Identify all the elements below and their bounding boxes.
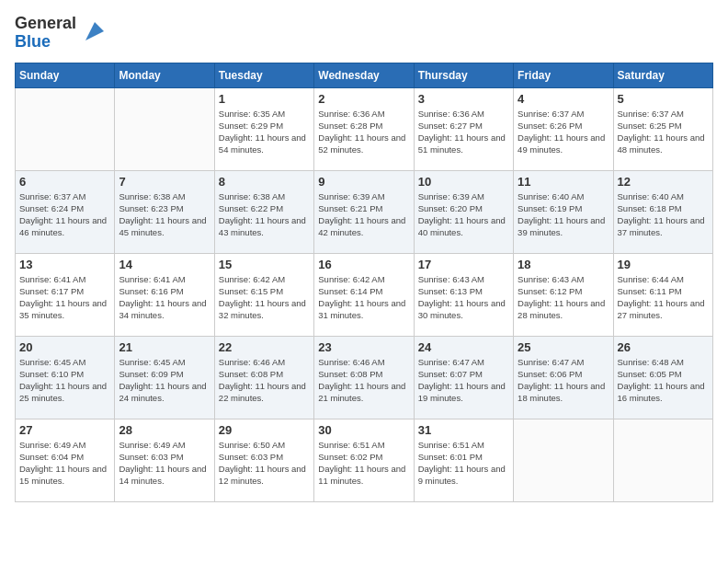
day-info: Sunrise: 6:49 AM Sunset: 6:03 PM Dayligh… <box>119 439 210 488</box>
calendar-cell: 18Sunrise: 6:43 AM Sunset: 6:12 PM Dayli… <box>514 253 613 336</box>
calendar-cell: 15Sunrise: 6:42 AM Sunset: 6:15 PM Dayli… <box>214 253 313 336</box>
svg-marker-0 <box>85 22 104 40</box>
calendar-body: 1Sunrise: 6:35 AM Sunset: 6:29 PM Daylig… <box>16 87 713 501</box>
calendar-cell: 30Sunrise: 6:51 AM Sunset: 6:02 PM Dayli… <box>314 419 414 501</box>
day-info: Sunrise: 6:46 AM Sunset: 6:08 PM Dayligh… <box>219 356 310 405</box>
day-info: Sunrise: 6:50 AM Sunset: 6:03 PM Dayligh… <box>219 439 310 488</box>
day-number: 29 <box>219 423 310 437</box>
day-number: 5 <box>618 92 709 106</box>
calendar-cell: 3Sunrise: 6:36 AM Sunset: 6:27 PM Daylig… <box>414 87 513 170</box>
calendar-cell: 10Sunrise: 6:39 AM Sunset: 6:20 PM Dayli… <box>414 170 513 253</box>
day-info: Sunrise: 6:38 AM Sunset: 6:23 PM Dayligh… <box>119 190 210 239</box>
day-of-week-header: Thursday <box>414 63 513 87</box>
day-info: Sunrise: 6:51 AM Sunset: 6:01 PM Dayligh… <box>418 439 509 488</box>
day-number: 2 <box>318 92 409 106</box>
calendar-cell: 2Sunrise: 6:36 AM Sunset: 6:28 PM Daylig… <box>314 87 414 170</box>
day-number: 13 <box>19 258 110 271</box>
day-of-week-header: Wednesday <box>314 63 414 87</box>
day-info: Sunrise: 6:39 AM Sunset: 6:21 PM Dayligh… <box>318 190 409 239</box>
calendar-week-row: 13Sunrise: 6:41 AM Sunset: 6:17 PM Dayli… <box>16 253 713 336</box>
calendar-cell: 16Sunrise: 6:42 AM Sunset: 6:14 PM Dayli… <box>314 253 414 336</box>
calendar-cell: 8Sunrise: 6:38 AM Sunset: 6:22 PM Daylig… <box>214 170 313 253</box>
day-info: Sunrise: 6:45 AM Sunset: 6:09 PM Dayligh… <box>119 356 210 405</box>
day-info: Sunrise: 6:47 AM Sunset: 6:06 PM Dayligh… <box>518 356 609 405</box>
day-number: 25 <box>518 340 609 354</box>
calendar-cell: 19Sunrise: 6:44 AM Sunset: 6:11 PM Dayli… <box>613 253 712 336</box>
calendar-cell: 28Sunrise: 6:49 AM Sunset: 6:03 PM Dayli… <box>115 419 214 501</box>
logo-icon <box>82 18 108 44</box>
day-info: Sunrise: 6:49 AM Sunset: 6:04 PM Dayligh… <box>19 439 110 488</box>
day-info: Sunrise: 6:39 AM Sunset: 6:20 PM Dayligh… <box>418 190 509 239</box>
calendar-cell <box>514 419 613 501</box>
day-number: 10 <box>418 175 509 189</box>
calendar-cell: 22Sunrise: 6:46 AM Sunset: 6:08 PM Dayli… <box>214 336 313 419</box>
calendar-cell: 7Sunrise: 6:38 AM Sunset: 6:23 PM Daylig… <box>115 170 214 253</box>
day-info: Sunrise: 6:41 AM Sunset: 6:17 PM Dayligh… <box>19 273 110 322</box>
day-number: 18 <box>518 258 609 271</box>
calendar-cell: 26Sunrise: 6:48 AM Sunset: 6:05 PM Dayli… <box>613 336 712 419</box>
day-info: Sunrise: 6:51 AM Sunset: 6:02 PM Dayligh… <box>318 439 409 488</box>
calendar-cell <box>16 87 115 170</box>
calendar-cell <box>613 419 712 501</box>
day-info: Sunrise: 6:48 AM Sunset: 6:05 PM Dayligh… <box>618 356 709 405</box>
calendar-cell: 24Sunrise: 6:47 AM Sunset: 6:07 PM Dayli… <box>414 336 513 419</box>
day-info: Sunrise: 6:44 AM Sunset: 6:11 PM Dayligh… <box>618 273 709 322</box>
day-info: Sunrise: 6:42 AM Sunset: 6:14 PM Dayligh… <box>318 273 409 322</box>
day-info: Sunrise: 6:36 AM Sunset: 6:28 PM Dayligh… <box>318 108 409 156</box>
day-of-week-header: Saturday <box>613 63 712 87</box>
day-number: 20 <box>19 340 110 354</box>
day-number: 6 <box>19 175 110 189</box>
day-number: 1 <box>219 92 310 106</box>
day-number: 26 <box>618 340 709 354</box>
day-number: 21 <box>119 340 210 354</box>
day-info: Sunrise: 6:38 AM Sunset: 6:22 PM Dayligh… <box>219 190 310 239</box>
day-info: Sunrise: 6:42 AM Sunset: 6:15 PM Dayligh… <box>219 273 310 322</box>
calendar-week-row: 27Sunrise: 6:49 AM Sunset: 6:04 PM Dayli… <box>16 419 713 501</box>
day-info: Sunrise: 6:43 AM Sunset: 6:13 PM Dayligh… <box>418 273 509 322</box>
day-number: 22 <box>219 340 310 354</box>
day-info: Sunrise: 6:41 AM Sunset: 6:16 PM Dayligh… <box>119 273 210 322</box>
logo-blue: Blue <box>15 33 51 52</box>
calendar-cell: 20Sunrise: 6:45 AM Sunset: 6:10 PM Dayli… <box>16 336 115 419</box>
day-number: 7 <box>119 175 210 189</box>
day-number: 12 <box>618 175 709 189</box>
day-info: Sunrise: 6:45 AM Sunset: 6:10 PM Dayligh… <box>19 356 110 405</box>
day-of-week-header: Friday <box>514 63 613 87</box>
day-info: Sunrise: 6:37 AM Sunset: 6:24 PM Dayligh… <box>19 190 110 239</box>
day-info: Sunrise: 6:35 AM Sunset: 6:29 PM Dayligh… <box>219 108 310 156</box>
day-number: 11 <box>518 175 609 189</box>
calendar-cell: 31Sunrise: 6:51 AM Sunset: 6:01 PM Dayli… <box>414 419 513 501</box>
day-number: 14 <box>119 258 210 271</box>
day-number: 27 <box>19 423 110 437</box>
day-number: 31 <box>418 423 509 437</box>
calendar-cell: 25Sunrise: 6:47 AM Sunset: 6:06 PM Dayli… <box>514 336 613 419</box>
day-number: 28 <box>119 423 210 437</box>
day-info: Sunrise: 6:46 AM Sunset: 6:08 PM Dayligh… <box>318 356 409 405</box>
day-info: Sunrise: 6:37 AM Sunset: 6:26 PM Dayligh… <box>518 108 609 156</box>
day-of-week-header: Monday <box>115 63 214 87</box>
day-number: 30 <box>318 423 409 437</box>
calendar-cell: 27Sunrise: 6:49 AM Sunset: 6:04 PM Dayli… <box>16 419 115 501</box>
day-number: 17 <box>418 258 509 271</box>
calendar-cell: 23Sunrise: 6:46 AM Sunset: 6:08 PM Dayli… <box>314 336 414 419</box>
calendar-week-row: 6Sunrise: 6:37 AM Sunset: 6:24 PM Daylig… <box>16 170 713 253</box>
calendar-week-row: 20Sunrise: 6:45 AM Sunset: 6:10 PM Dayli… <box>16 336 713 419</box>
day-number: 8 <box>219 175 310 189</box>
calendar-cell: 9Sunrise: 6:39 AM Sunset: 6:21 PM Daylig… <box>314 170 414 253</box>
day-info: Sunrise: 6:40 AM Sunset: 6:19 PM Dayligh… <box>518 190 609 239</box>
logo-general: General <box>15 15 76 33</box>
calendar-cell: 14Sunrise: 6:41 AM Sunset: 6:16 PM Dayli… <box>115 253 214 336</box>
day-number: 19 <box>618 258 709 271</box>
calendar-cell <box>115 87 214 170</box>
calendar-cell: 5Sunrise: 6:37 AM Sunset: 6:25 PM Daylig… <box>613 87 712 170</box>
logo: General Blue <box>15 15 108 52</box>
calendar-cell: 13Sunrise: 6:41 AM Sunset: 6:17 PM Dayli… <box>16 253 115 336</box>
day-number: 3 <box>418 92 509 106</box>
calendar-header-row: SundayMondayTuesdayWednesdayThursdayFrid… <box>16 63 713 87</box>
page-header: General Blue <box>15 15 713 52</box>
day-info: Sunrise: 6:37 AM Sunset: 6:25 PM Dayligh… <box>618 108 709 156</box>
day-number: 15 <box>219 258 310 271</box>
day-info: Sunrise: 6:36 AM Sunset: 6:27 PM Dayligh… <box>418 108 509 156</box>
calendar-cell: 29Sunrise: 6:50 AM Sunset: 6:03 PM Dayli… <box>214 419 313 501</box>
calendar-cell: 17Sunrise: 6:43 AM Sunset: 6:13 PM Dayli… <box>414 253 513 336</box>
